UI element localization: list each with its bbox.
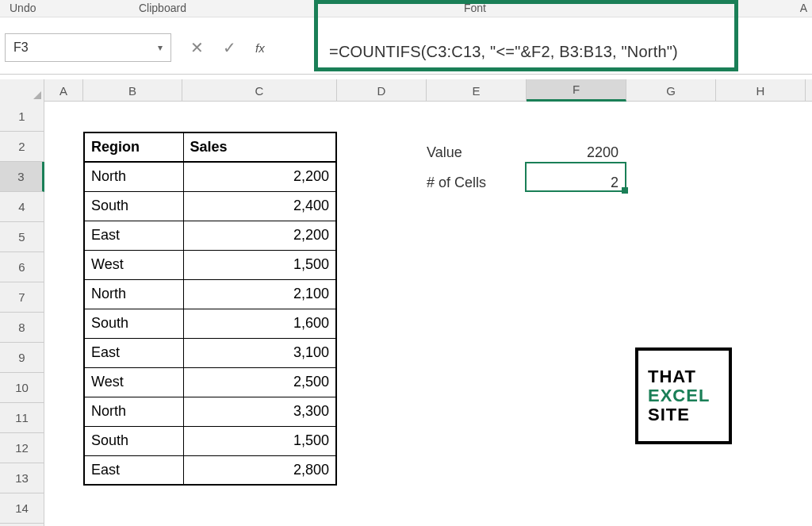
- ribbon-group-labels: Undo Clipboard Font A: [0, 0, 812, 17]
- col-header-f[interactable]: F: [527, 79, 626, 102]
- row-header-4[interactable]: 4: [0, 192, 44, 222]
- formula-bar-row: F3 ▾ ✕ ✓ fx =COUNTIFS(C3:C13, "<="&F2, B…: [0, 19, 812, 75]
- row-header-9[interactable]: 9: [0, 343, 44, 373]
- row-header-14[interactable]: 14: [0, 493, 44, 524]
- data-table: Region Sales North2,200 South2,400 East2…: [83, 132, 337, 486]
- row-header-13[interactable]: 13: [0, 463, 44, 493]
- row-header-1[interactable]: 1: [0, 102, 44, 132]
- col-header-a[interactable]: A: [44, 79, 83, 102]
- table-row: North3,300: [84, 397, 336, 426]
- col-header-b[interactable]: B: [83, 79, 182, 102]
- table-row: South1,500: [84, 426, 336, 455]
- table-row: East3,100: [84, 338, 336, 367]
- col-header-e[interactable]: E: [427, 79, 527, 102]
- header-sales[interactable]: Sales: [183, 132, 336, 162]
- cells-count-cell[interactable]: 2: [527, 167, 626, 198]
- cells-label[interactable]: # of Cells: [427, 167, 486, 198]
- name-box-value: F3: [13, 40, 29, 55]
- logo-line-3: SITE: [648, 405, 729, 424]
- table-row: West1,500: [84, 250, 336, 279]
- logo-line-1: THAT: [648, 367, 729, 386]
- table-row: East2,800: [84, 455, 336, 485]
- col-header-g[interactable]: G: [626, 79, 716, 102]
- select-all-corner[interactable]: [0, 79, 44, 102]
- header-region[interactable]: Region: [84, 132, 183, 162]
- row-headers: 1 2 3 4 5 6 7 8 9 10 11 12 13 14: [0, 102, 44, 526]
- row-header-6[interactable]: 6: [0, 252, 44, 282]
- row-header-2[interactable]: 2: [0, 132, 44, 162]
- row-header-11[interactable]: 11: [0, 403, 44, 433]
- row-header-10[interactable]: 10: [0, 373, 44, 403]
- table-header-row: Region Sales: [84, 132, 336, 162]
- side-labels: Value # of Cells: [427, 137, 486, 198]
- col-header-c[interactable]: C: [182, 79, 337, 102]
- cells-area[interactable]: Region Sales North2,200 South2,400 East2…: [44, 102, 812, 526]
- ribbon-label-undo: Undo: [10, 2, 36, 14]
- chevron-down-icon[interactable]: ▾: [158, 42, 163, 53]
- value-label[interactable]: Value: [427, 137, 486, 167]
- side-values: 2200 2: [527, 137, 626, 198]
- row-header-8[interactable]: 8: [0, 313, 44, 343]
- row-header-12[interactable]: 12: [0, 433, 44, 463]
- table-row: East2,200: [84, 221, 336, 250]
- ribbon-label-a: A: [800, 2, 807, 14]
- ribbon-label-clipboard: Clipboard: [139, 2, 186, 14]
- table-row: North2,100: [84, 279, 336, 309]
- formula-bar-controls: ✕ ✓ fx: [190, 33, 265, 62]
- table-row: South1,600: [84, 309, 336, 338]
- name-box[interactable]: F3 ▾: [5, 33, 171, 62]
- col-header-d[interactable]: D: [337, 79, 427, 102]
- ribbon-label-font: Font: [464, 2, 486, 14]
- enter-icon[interactable]: ✓: [223, 38, 236, 57]
- fx-icon[interactable]: fx: [255, 41, 265, 55]
- cancel-icon[interactable]: ✕: [190, 38, 204, 57]
- row-header-3[interactable]: 3: [0, 162, 44, 192]
- logo-line-2: EXCEL: [648, 386, 729, 405]
- row-header-5[interactable]: 5: [0, 222, 44, 252]
- column-headers: A B C D E F G H: [0, 79, 812, 102]
- value-cell[interactable]: 2200: [527, 137, 626, 167]
- grid-area: 1 2 3 4 5 6 7 8 9 10 11 12 13 14 Region …: [0, 102, 812, 526]
- table-row: North2,200: [84, 162, 336, 191]
- table-row: South2,400: [84, 191, 336, 221]
- col-header-h[interactable]: H: [716, 79, 806, 102]
- formula-bar-input[interactable]: =COUNTIFS(C3:C13, "<="&F2, B3:B13, "Nort…: [329, 43, 678, 61]
- row-header-7[interactable]: 7: [0, 282, 44, 313]
- table-row: West2,500: [84, 367, 336, 397]
- that-excel-site-logo: THAT EXCEL SITE: [635, 347, 732, 444]
